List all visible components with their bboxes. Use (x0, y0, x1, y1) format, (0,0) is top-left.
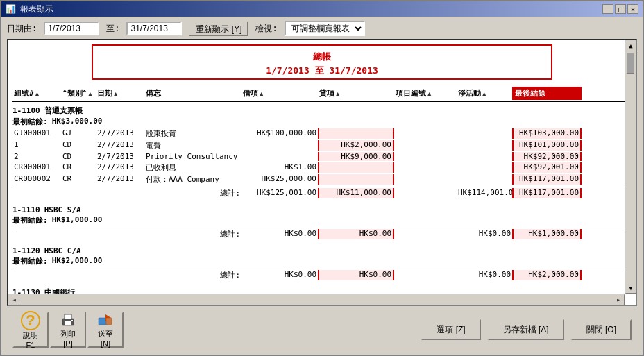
report-title-line2: 1/7/2013 至 31/7/2013 (93, 64, 551, 78)
section-1100: 1-1100 普通支票帳 最初結餘: HK$3,000.00 GJ000001 … (12, 105, 632, 199)
col-balance: 最後結餘 (512, 87, 582, 100)
scroll-track[interactable] (625, 75, 636, 282)
sort-arrow-debit[interactable]: ▲ (260, 90, 263, 97)
close-main-button[interactable]: 關閉 [O] (571, 319, 632, 340)
scroll-thumb[interactable] (627, 53, 634, 74)
scroll-up-arrow[interactable]: ▲ (625, 40, 636, 51)
close-button[interactable]: ✕ (627, 4, 638, 14)
horizontal-scrollbar[interactable]: ◄ ► (8, 294, 625, 305)
print-button[interactable]: 列印 [P] (50, 312, 86, 348)
svg-rect-6 (106, 318, 112, 325)
toolbox: ? 說明 F1 列印 [P] (12, 312, 124, 348)
table-row: CR000001 CR 2/7/2013 已收利息 HK$1.00 HK$92,… (12, 162, 632, 173)
col-ref: 組號#▲ (12, 87, 61, 100)
sort-arrow-item[interactable]: ▲ (427, 90, 431, 97)
view-select[interactable]: 可調整欄寬報表 (285, 21, 365, 36)
help-label: 說明 F1 (19, 330, 42, 349)
table-row: CR000002 CR 2/7/2013 付款：AAA Company HK$2… (12, 173, 632, 185)
table-row: 2 CD 2/7/2013 Priority Consultancy HK$9,… (12, 151, 632, 162)
view-label: 檢視: (255, 23, 277, 35)
options-button[interactable]: 選項 [Z] (421, 319, 480, 340)
report-header: 總帳 1/7/2013 至 31/7/2013 (92, 44, 552, 80)
send-icon (96, 312, 115, 329)
section-1110: 1-1110 HSBC S/A 最初結餘: HK$1,000.00 總計: HK… (12, 205, 632, 240)
svg-rect-2 (65, 314, 71, 319)
section-1120-name: HSBC C/A (44, 246, 81, 256)
send-button[interactable]: 送至 [N] (87, 312, 124, 348)
section-1110-init-value: HK$1,000.00 (52, 215, 103, 226)
total-row-1100: 總計: HK$125,001.00 HK$11,000.00 HK$114,00… (12, 187, 632, 199)
sort-arrow-net[interactable]: ▲ (482, 90, 486, 97)
window-title: 報表顯示 (20, 3, 53, 15)
section-1110-id: 1-1110 (12, 205, 40, 215)
sort-arrow-type[interactable]: ▲ (88, 90, 92, 97)
toolbar: 日期由: 至: 重新顯示 [Y] 檢視: 可調整欄寬報表 (7, 21, 637, 36)
table-row: GJ000001 GJ 2/7/2013 股東投資 HK$100,000.00 … (12, 128, 632, 139)
section-1120-init-value: HK$2,000.00 (52, 256, 103, 267)
col-item: 項目編號▲ (394, 87, 457, 100)
title-controls: — □ ✕ (602, 4, 638, 14)
send-label: 送至 [N] (94, 329, 117, 348)
scroll-left-arrow[interactable]: ◄ (8, 294, 19, 305)
bottom-bar: ? 說明 F1 列印 [P] (7, 309, 637, 350)
view-select-wrap[interactable]: 可調整欄寬報表 (285, 21, 365, 36)
sort-arrow-credit[interactable]: ▲ (336, 90, 339, 97)
maximize-button[interactable]: □ (615, 4, 626, 14)
date-from-input[interactable] (44, 22, 99, 35)
action-buttons: 選項 [Z] 另存新檔 [A] 關閉 [O] (421, 319, 632, 340)
col-memo: 備忘 (144, 87, 242, 100)
window-icon: 📊 (6, 4, 16, 14)
col-type: ^類別^▲ (61, 87, 96, 100)
title-text: 📊 報表顯示 (6, 3, 53, 15)
svg-rect-3 (71, 320, 73, 321)
total-row-1110: 總計: HK$0.00 HK$0.00 HK$0.00 HK$1,000.00 (12, 228, 632, 240)
sort-arrow-date[interactable]: ▲ (114, 90, 117, 97)
section-1120-id: 1-1120 (12, 246, 40, 256)
title-bar: 📊 報表顯示 — □ ✕ (1, 1, 643, 17)
section-1120-init-label: 最初結餘: (12, 256, 48, 267)
section-1100-init-value: HK$3,000.00 (52, 117, 103, 128)
refresh-button[interactable]: 重新顯示 [Y] (189, 21, 248, 36)
column-headers: 組號#▲ ^類別^▲ 日期▲ 備忘 借項▲ 貸項▲ 項目編號▲ 淨活動▲ 最後結… (12, 85, 632, 102)
col-net: 淨活動▲ (457, 87, 512, 100)
date-to-input[interactable] (126, 22, 182, 35)
section-1110-name: HSBC S/A (44, 205, 81, 215)
help-icon: ? (21, 311, 40, 330)
date-from-label: 日期由: (7, 23, 37, 35)
report-area[interactable]: 總帳 1/7/2013 至 31/7/2013 組號#▲ ^類別^▲ 日期▲ 備… (7, 39, 637, 306)
col-date: 日期▲ (96, 87, 144, 100)
scroll-down-arrow[interactable]: ▼ (625, 282, 636, 294)
section-1100-init-label: 最初結餘: (12, 117, 48, 128)
section-1100-id: 1-1100 (12, 105, 40, 116)
section-1110-init-label: 最初結餘: (12, 215, 48, 226)
section-1120: 1-1120 HSBC C/A 最初結餘: HK$2,000.00 總計: HK… (12, 246, 632, 281)
table-row: 1 CD 2/7/2013 電費 HK$2,000.00 HK$101,000.… (12, 139, 632, 151)
window-body: 日期由: 至: 重新顯示 [Y] 檢視: 可調整欄寬報表 總帳 1/7/2013… (1, 17, 643, 355)
save-new-button[interactable]: 另存新檔 [A] (488, 319, 564, 340)
print-icon (58, 312, 78, 329)
scroll-right-arrow[interactable]: ► (613, 294, 625, 305)
h-scroll-track[interactable] (19, 294, 613, 305)
col-debit: 借項▲ (242, 87, 318, 100)
report-title-line1: 總帳 (93, 50, 551, 64)
svg-rect-1 (65, 321, 71, 325)
minimize-button[interactable]: — (602, 4, 613, 14)
total-row-1120: 總計: HK$0.00 HK$0.00 HK$0.00 HK$2,000.00 (12, 269, 632, 281)
section-1100-name: 普通支票帳 (44, 105, 83, 117)
sort-arrow-ref[interactable]: ▲ (35, 90, 39, 97)
print-label: 列印 [P] (57, 329, 79, 348)
col-credit: 貸項▲ (318, 87, 394, 100)
date-to-label: 至: (106, 23, 119, 35)
report-table: 組號#▲ ^類別^▲ 日期▲ 備忘 借項▲ 貸項▲ 項目編號▲ 淨活動▲ 最後結… (8, 84, 636, 300)
help-button[interactable]: ? 說明 F1 (12, 312, 49, 348)
main-window: 📊 報表顯示 — □ ✕ 日期由: 至: 重新顯示 [Y] 檢視: 可調整欄寬報… (0, 0, 644, 356)
vertical-scrollbar[interactable]: ▲ ▼ (625, 40, 636, 294)
